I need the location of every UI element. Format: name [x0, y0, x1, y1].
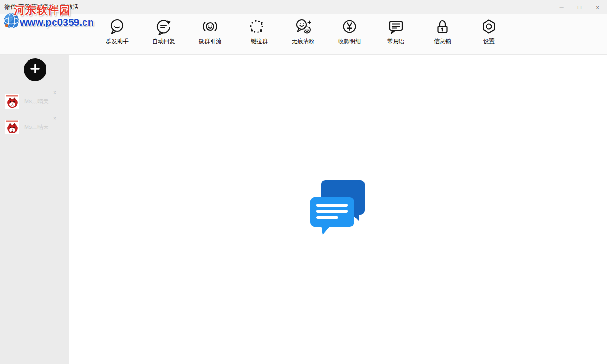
- toolbar-item-common-phrases[interactable]: 常用语: [373, 14, 419, 54]
- toolbar-item-label: 群发助手: [106, 37, 129, 46]
- auto-reply-icon: [155, 18, 172, 35]
- add-account-button[interactable]: [24, 58, 46, 81]
- toolbar-item-settings[interactable]: 设置: [466, 14, 512, 54]
- account-sidebar: Ms﹏晴天 × Ms﹏晴: [0, 55, 69, 364]
- chat-bubbles-logo: [310, 180, 366, 238]
- toolbar-item-label: 收款明细: [338, 37, 361, 46]
- account-avatar: [5, 120, 19, 134]
- toolbar-item-group-send[interactable]: 群发助手: [94, 14, 140, 54]
- remove-account-icon[interactable]: ×: [53, 90, 56, 96]
- account-list-item[interactable]: Ms﹏晴天 ×: [0, 114, 69, 140]
- yen-circle-icon: [341, 18, 358, 35]
- toolbar-item-clean-fans[interactable]: 无痕清粉: [280, 14, 326, 54]
- gear-hexagon-icon: [480, 18, 497, 35]
- clean-fans-icon: [294, 18, 312, 35]
- toolbar-item-info-lock[interactable]: 信息锁: [419, 14, 466, 54]
- account-name: Ms﹏晴天: [24, 123, 49, 131]
- minimize-button[interactable]: ─: [556, 4, 567, 10]
- account-list-item[interactable]: Ms﹏晴天 ×: [0, 89, 69, 114]
- main-area: [69, 55, 607, 364]
- toolbar-item-label: 一键拉群: [245, 37, 268, 46]
- toolbar-item-label: 微群引流: [199, 37, 221, 46]
- message-lines-icon: [387, 18, 405, 35]
- toolbar-item-group-traffic[interactable]: 微群引流: [187, 14, 233, 54]
- window-controls: ─ □ ×: [556, 0, 603, 14]
- toolbar-item-pull-group[interactable]: 一键拉群: [233, 14, 280, 54]
- lock-icon: [434, 18, 451, 35]
- toolbar: 群发助手 自动回复: [0, 14, 607, 55]
- titlebar: 微信 客服营销系统 | 已激活 ─ □ ×: [0, 0, 607, 14]
- maximize-button[interactable]: □: [574, 4, 585, 10]
- chat-smile-icon: [109, 18, 126, 35]
- toolbar-item-label: 常用语: [387, 37, 405, 46]
- toolbar-item-auto-reply[interactable]: 自动回复: [140, 14, 187, 54]
- window-title: 微信 客服营销系统 | 已激活: [4, 3, 79, 11]
- toolbar-item-label: 无痕清粉: [292, 37, 314, 46]
- plus-icon: [30, 64, 40, 76]
- toolbar-item-label: 自动回复: [152, 37, 175, 46]
- account-avatar: [5, 94, 19, 109]
- toolbar-item-label: 设置: [483, 37, 495, 46]
- content-area: Ms﹏晴天 × Ms﹏晴: [0, 55, 607, 364]
- close-button[interactable]: ×: [592, 4, 603, 10]
- app-window: 微信 客服营销系统 | 已激活 ─ □ × 群发助手: [0, 0, 607, 364]
- account-name: Ms﹏晴天: [24, 98, 49, 106]
- group-smiley-icon: [202, 18, 219, 35]
- remove-account-icon[interactable]: ×: [53, 116, 56, 121]
- toolbar-item-payment-details[interactable]: 收款明细: [326, 14, 373, 54]
- toolbar-item-label: 信息锁: [434, 37, 451, 46]
- dotted-circle-icon: [248, 18, 265, 35]
